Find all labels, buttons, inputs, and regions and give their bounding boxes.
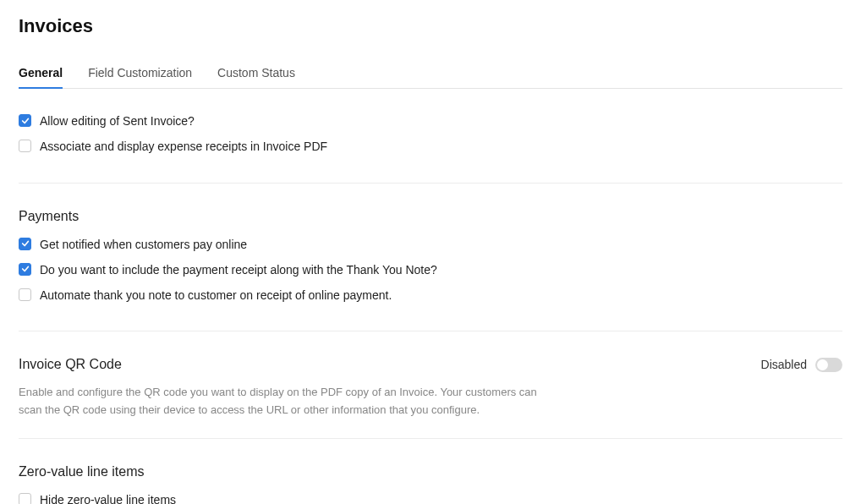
- section-invoice-qr-code: Invoice QR Code Disabled Enable and conf…: [19, 350, 842, 439]
- tabs-bar: General Field Customization Custom Statu…: [19, 61, 842, 89]
- section-zero-value: Zero-value line items Hide zero-value li…: [19, 457, 842, 504]
- check-icon: [21, 265, 30, 273]
- tab-field-customization[interactable]: Field Customization: [88, 61, 192, 88]
- checkbox-hide-zero-value[interactable]: [19, 493, 31, 504]
- section-payments: Payments Get notified when customers pay…: [19, 202, 842, 332]
- label-associate-expense-receipts: Associate and display expense receipts i…: [40, 138, 327, 155]
- qr-toggle-label: Disabled: [761, 358, 807, 371]
- option-hide-zero-value: Hide zero-value line items: [19, 491, 842, 504]
- section-title-payments: Payments: [19, 209, 842, 224]
- option-allow-editing-sent: Allow editing of Sent Invoice?: [19, 112, 842, 129]
- qr-toggle-wrap: Disabled: [761, 358, 842, 372]
- section-title-qr-code: Invoice QR Code: [19, 357, 122, 372]
- label-notify-pay-online: Get notified when customers pay online: [40, 236, 247, 253]
- tab-general[interactable]: General: [19, 61, 63, 88]
- section-title-zero-value: Zero-value line items: [19, 464, 842, 479]
- option-automate-thank-you: Automate thank you note to customer on r…: [19, 287, 842, 304]
- toggle-knob: [817, 359, 828, 370]
- checkbox-automate-thank-you[interactable]: [19, 288, 31, 301]
- checkbox-notify-pay-online[interactable]: [19, 238, 31, 250]
- section-top-options: Allow editing of Sent Invoice? Associate…: [19, 106, 842, 184]
- qr-description: Enable and configure the QR code you wan…: [19, 384, 560, 419]
- page-title: Invoices: [19, 15, 842, 37]
- check-icon: [21, 239, 30, 248]
- qr-toggle[interactable]: [815, 358, 842, 372]
- tab-custom-status[interactable]: Custom Status: [217, 61, 295, 88]
- checkbox-include-receipt-thankyou[interactable]: [19, 263, 31, 276]
- checkbox-associate-expense-receipts[interactable]: [19, 140, 31, 152]
- label-automate-thank-you: Automate thank you note to customer on r…: [40, 287, 392, 304]
- label-hide-zero-value: Hide zero-value line items: [40, 491, 176, 504]
- checkbox-allow-editing-sent[interactable]: [19, 114, 31, 127]
- label-allow-editing-sent: Allow editing of Sent Invoice?: [40, 112, 195, 129]
- check-icon: [21, 117, 30, 125]
- option-include-receipt-thankyou: Do you want to include the payment recei…: [19, 261, 842, 278]
- option-notify-pay-online: Get notified when customers pay online: [19, 236, 842, 253]
- option-associate-expense-receipts: Associate and display expense receipts i…: [19, 138, 842, 155]
- label-include-receipt-thankyou: Do you want to include the payment recei…: [40, 261, 437, 278]
